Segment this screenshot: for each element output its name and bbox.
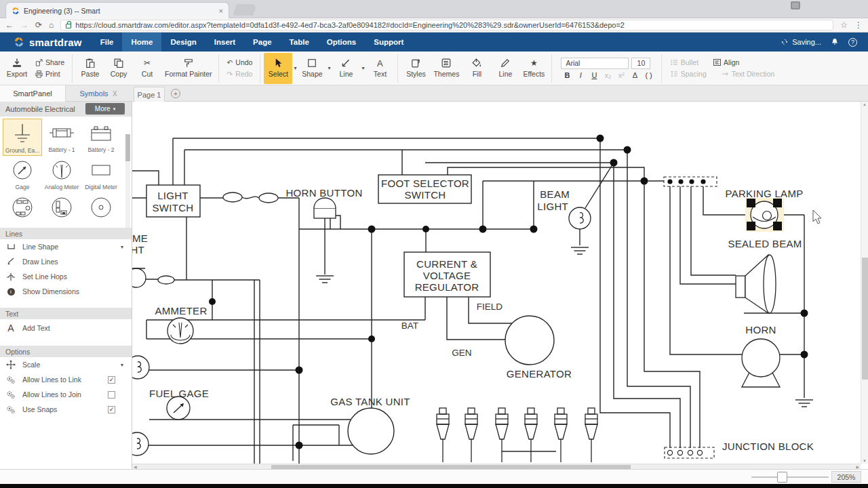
zoom-slider-track[interactable] (751, 476, 829, 478)
menu-support[interactable]: Support (365, 33, 412, 52)
line-dropdown-caret[interactable]: ▾ (360, 65, 366, 71)
horn-symbol[interactable]: HORN (742, 324, 780, 387)
undo-button[interactable]: ↶Undo (226, 58, 252, 66)
copy-button[interactable]: Copy (104, 53, 133, 84)
symbol-ground[interactable]: Ground, Ea... (3, 119, 42, 156)
allow-lines-link-item[interactable]: Allow Lines to Link ✓ (0, 372, 132, 387)
character-map-button[interactable]: Δ (631, 71, 638, 79)
allow-join-checkbox[interactable] (108, 391, 115, 399)
shape-tool-button[interactable]: Shape (298, 53, 326, 84)
generator-symbol[interactable]: GENERATOR (505, 316, 572, 380)
allow-link-checkbox[interactable]: ✓ (108, 376, 115, 384)
font-size-select[interactable]: 10 (631, 58, 650, 69)
browser-profile-icon[interactable] (791, 1, 800, 9)
horizontal-scrollbar[interactable]: ◀ ▶ (132, 464, 861, 469)
fuse-symbol[interactable] (223, 192, 278, 203)
sealed-beam-symbol[interactable]: SEALED BEAM (728, 238, 802, 313)
styles-button[interactable]: Styles (401, 53, 430, 84)
zoom-slider-handle[interactable] (777, 472, 787, 483)
refresh-icon[interactable]: ⟳ (35, 21, 42, 29)
top-junction-connector[interactable] (664, 177, 717, 186)
symbol-distributor-2[interactable] (42, 193, 81, 228)
menu-design[interactable]: Design (161, 33, 205, 52)
select-tool-button[interactable]: Select (264, 53, 292, 84)
symbol-distributor-1[interactable] (3, 193, 42, 228)
align-button[interactable]: Align (713, 58, 739, 66)
panel-scrollbar[interactable] (125, 134, 130, 228)
cut-button[interactable]: ✂ Cut (133, 53, 161, 84)
home-icon[interactable]: ⌂ (49, 21, 54, 29)
fill-button[interactable]: Fill (462, 53, 491, 84)
draw-lines-item[interactable]: Draw Lines (0, 254, 132, 269)
bookmark-star-icon[interactable]: ☆ (840, 20, 848, 30)
spacing-button[interactable]: Spacing (671, 70, 707, 78)
symbols-close-icon[interactable]: X (113, 85, 117, 102)
subscript-button[interactable]: x₂ (604, 71, 611, 79)
themes-button[interactable]: Themes (430, 53, 462, 84)
share-button[interactable]: Share (35, 58, 64, 66)
zoom-level[interactable]: 205% (831, 471, 861, 483)
menu-options[interactable]: Options (318, 33, 365, 52)
horn-button-symbol[interactable]: HORN BUTTON (285, 187, 362, 218)
symbol-distributor-3[interactable] (81, 193, 121, 228)
paste-button[interactable]: Paste (76, 53, 104, 84)
light-switch-symbol[interactable]: LIGHT SWITCH (146, 185, 200, 217)
symbol-gage[interactable]: Gage (3, 156, 42, 193)
tab-smartpanel[interactable]: SmartPanel (0, 85, 66, 102)
fuel-gage-symbol[interactable]: FUEL GAGE (149, 388, 209, 420)
scroll-down-icon[interactable]: ▼ (863, 459, 867, 463)
use-snaps-item[interactable]: Use Snaps ✓ (0, 402, 132, 417)
vertical-scroll-thumb[interactable] (862, 258, 868, 380)
scale-item[interactable]: Scale ▾ (0, 357, 132, 372)
browser-tab[interactable]: Engineering (3) -- Smart × (5, 2, 229, 18)
symbol-digital-meter[interactable]: Digital Meter (81, 156, 121, 193)
beam-light-symbol[interactable]: BEAM LIGHT (537, 188, 591, 229)
bullet-button[interactable]: Bullet (671, 58, 698, 66)
menu-insert[interactable]: Insert (205, 33, 244, 52)
text-direction-button[interactable]: Text Direction (722, 70, 775, 78)
format-painter-button[interactable]: Format Painter (161, 53, 215, 84)
new-tab-button[interactable] (233, 4, 257, 16)
menu-file[interactable]: File (92, 33, 123, 52)
menu-table[interactable]: Table (281, 33, 318, 52)
add-page-button[interactable]: + (171, 89, 180, 98)
effects-button[interactable]: ★ Effects (519, 53, 548, 84)
back-icon[interactable]: ← (5, 21, 14, 29)
set-line-hops-item[interactable]: Set Line Hops (0, 269, 132, 284)
print-button[interactable]: Print (35, 70, 64, 78)
select-dropdown-caret[interactable]: ▾ (292, 65, 298, 71)
underline-button[interactable]: U (591, 71, 597, 79)
show-dimensions-item[interactable]: i Show Dimensions (0, 284, 132, 299)
browser-menu-icon[interactable]: ⋮ (854, 20, 863, 30)
panel-scrollbar-thumb[interactable] (125, 134, 130, 161)
use-snaps-checkbox[interactable]: ✓ (108, 406, 115, 413)
text-tool-button[interactable]: A Text (366, 53, 394, 84)
foot-selector-symbol[interactable]: FOOT SELECTOR SWITCH (378, 175, 471, 203)
left-edge-lamp-symbols[interactable] (132, 268, 174, 455)
shape-dropdown-caret[interactable]: ▾ (326, 65, 332, 71)
line-format-button[interactable]: Line (491, 53, 519, 84)
menu-home[interactable]: Home (122, 33, 161, 52)
help-icon[interactable]: ? (848, 38, 857, 47)
spark-plugs[interactable] (437, 408, 597, 462)
superscript-button[interactable]: x² (618, 71, 625, 79)
line-tool-button[interactable]: Line (332, 53, 360, 84)
url-field[interactable]: https://cloud.smartdraw.com/editor.aspx?… (60, 20, 833, 30)
redo-button[interactable]: ↷Redo (226, 70, 252, 78)
wiring-diagram[interactable]: LIGHT SWITCH ME GHT HORN BUTTON (132, 102, 861, 464)
font-family-select[interactable]: Arial (561, 58, 629, 69)
tab-page-1[interactable]: Page 1 (134, 87, 165, 102)
notifications-bell-icon[interactable] (831, 38, 839, 47)
scroll-up-icon[interactable]: ▲ (863, 102, 867, 106)
symbol-battery-2[interactable]: Battery - 2 (81, 119, 121, 156)
tab-close-icon[interactable]: × (219, 7, 223, 15)
line-shape-item[interactable]: Line Shape ▾ (0, 239, 132, 254)
menu-page[interactable]: Page (244, 33, 281, 52)
brackets-button[interactable]: ( ) (645, 71, 652, 79)
regulator-symbol[interactable]: CURRENT & VOLTAGE REGULATOR (404, 252, 490, 297)
parking-lamp-symbol[interactable]: PARKING LAMP (725, 188, 803, 232)
scale-caret[interactable]: ▾ (121, 362, 123, 368)
export-button[interactable]: Export (3, 53, 31, 84)
allow-lines-join-item[interactable]: Allow Lines to Join (0, 387, 132, 402)
bold-button[interactable]: B (564, 71, 570, 79)
